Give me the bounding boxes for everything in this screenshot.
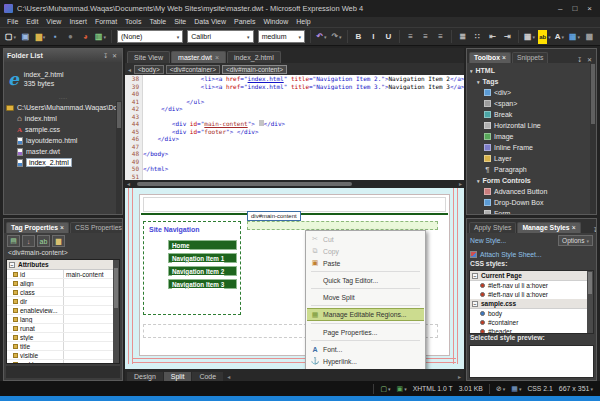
categorized-view-button[interactable]: ▤ [7, 235, 20, 247]
attribute-value[interactable] [63, 324, 119, 332]
nav-link-home[interactable]: Home [168, 240, 237, 250]
insert-table-button[interactable]: ▦▾ [568, 30, 581, 44]
view-tab-split[interactable]: Split [164, 372, 192, 381]
code-line[interactable]: 47 [125, 143, 464, 151]
open-site-button[interactable]: ▣ [19, 30, 32, 44]
menu-item-paste[interactable]: ▣Paste [307, 257, 424, 269]
scroll-thumb[interactable] [137, 182, 352, 186]
font-dropdown[interactable]: Calibri▾ [187, 30, 253, 43]
menu-item-help[interactable]: Help [292, 17, 314, 27]
code-line[interactable]: 41</ul> [125, 98, 464, 106]
close-panel-icon[interactable]: ✕ [110, 52, 119, 59]
attribute-row-runat[interactable]: runat [7, 324, 119, 333]
nav-link-navigation-item-2[interactable]: Navigation Item 2 [168, 266, 237, 276]
nav-link-navigation-item-3[interactable]: Navigation Item 3 [168, 279, 237, 289]
attribute-row-dir[interactable]: dir [7, 297, 119, 306]
align-right-button[interactable]: ≡ [434, 30, 447, 44]
visual-aids-toggle[interactable]: ⊘▾ [496, 385, 505, 393]
font-color-button[interactable]: A▾ [553, 30, 566, 44]
doctype-indicator[interactable]: XHTML 1.0 T [413, 385, 453, 392]
toolbox-item-div[interactable]: <div> [470, 87, 594, 98]
align-center-button[interactable]: ≡ [419, 30, 432, 44]
attribute-value[interactable] [63, 342, 119, 350]
attribute-value[interactable] [63, 360, 119, 364]
toolbox-item-image[interactable]: Image [470, 131, 594, 142]
breadcrumb-div-container[interactable]: <div#container> [166, 65, 220, 74]
code-line[interactable]: 40 [125, 90, 464, 98]
code-line[interactable]: 48</body> [125, 150, 464, 158]
menu-item-page-properties[interactable]: Page Properties... [307, 326, 424, 338]
scroll-thumb[interactable] [117, 102, 121, 128]
doc-tab-master-dwt[interactable]: master.dwt× [171, 51, 226, 63]
breadcrumb-body[interactable]: <body> [134, 65, 164, 74]
pin-icon[interactable]: ↧ [101, 52, 110, 59]
collapse-icon[interactable]: − [472, 301, 478, 307]
code-horizontal-scrollbar[interactable]: ◂ ▸ [125, 180, 464, 188]
highlight-button[interactable]: ab▾ [538, 30, 551, 44]
code-line[interactable]: 51 [125, 173, 464, 181]
css-schema-indicator[interactable]: CSS 2.1 [527, 385, 552, 392]
close-panel-icon[interactable]: ✕ [585, 56, 594, 63]
view-tab-code[interactable]: Code [192, 372, 223, 381]
code-line[interactable]: 43 [125, 113, 464, 121]
code-view[interactable]: 38<li><a href="index.html" title="Naviga… [125, 75, 464, 180]
style-rule-left-nav-ul-li-a-hover[interactable]: #left-nav ul li a:hover [470, 290, 593, 299]
maximize-button[interactable]: □ [572, 4, 577, 13]
menu-item-font[interactable]: AFont... [307, 343, 424, 355]
scroll-right-icon[interactable]: ▸ [459, 180, 462, 188]
style-group-sample-css[interactable]: −sample.css [470, 299, 593, 309]
folder-root[interactable]: C:\Users\Muhammad.Waqas\Documents\M [6, 102, 120, 113]
attach-stylesheet-link[interactable]: Attach Style Sheet... [480, 251, 542, 258]
toolbox-item-drop-down-box[interactable]: Drop-Down Box [470, 197, 594, 208]
attribute-row-title[interactable]: title [7, 342, 119, 351]
code-line[interactable]: 46</div> [125, 135, 464, 143]
toolbox-item-advanced-button[interactable]: Advanced Button [470, 186, 594, 197]
left-nav-region[interactable]: Site Navigation HomeNavigation Item 1Nav… [143, 221, 241, 315]
toolbox-item-paragraph[interactable]: ¶Paragraph [470, 164, 594, 175]
publish-button[interactable]: ▥▾ [94, 30, 107, 44]
toolbox-scrollbar[interactable] [590, 63, 596, 214]
attribute-value[interactable] [63, 351, 119, 359]
attribute-row-lang[interactable]: lang [7, 315, 119, 324]
numbered-list-button[interactable]: ≣ [456, 30, 469, 44]
bold-button[interactable]: B [352, 30, 365, 44]
toolbox-item-horizontal-line[interactable]: Horizontal Line [470, 120, 594, 131]
tab-tag-properties[interactable]: Tag Properties× [6, 222, 69, 233]
code-line[interactable]: 39<li><a href="index.html" title="Naviga… [125, 83, 464, 91]
code-line[interactable]: 50</html> [125, 165, 464, 173]
file-item-index-2-html[interactable]: index_2.html [6, 157, 120, 168]
scroll-thumb[interactable] [591, 64, 595, 124]
new-document-button[interactable]: ▢▾ [4, 30, 17, 44]
menu-item-panels[interactable]: Panels [230, 17, 259, 27]
compatibility-indicator[interactable]: ▣▾ [397, 385, 407, 393]
pin-icon[interactable]: ↧ [575, 56, 584, 63]
collapse-icon[interactable]: − [9, 262, 15, 268]
toolbox-item-html[interactable]: ▾HTML [470, 65, 594, 76]
menu-item-data-view[interactable]: Data View [190, 17, 230, 27]
styles-list-scrollbar[interactable] [587, 271, 593, 333]
attribute-value[interactable]: main-content [63, 270, 119, 278]
open-file-button[interactable]: ▆▾ [34, 30, 47, 44]
menu-item-insert[interactable]: Insert [65, 17, 91, 27]
attribute-row-enableview[interactable]: enableview... [7, 306, 119, 315]
style-application-toggle[interactable]: ▦▾ [511, 385, 521, 393]
close-tab-icon[interactable]: × [572, 224, 576, 231]
decrease-indent-button[interactable]: ⇤ [486, 30, 499, 44]
code-line[interactable]: 38<li><a href="index.html" title="Naviga… [125, 75, 464, 83]
header-region[interactable] [143, 197, 446, 212]
code-line[interactable]: 45<div id="footer"> </div> [125, 128, 464, 136]
collapse-icon[interactable]: ▾ [477, 178, 480, 184]
menu-item-manage-editable-regions[interactable]: ▦Manage Editable Regions... [307, 308, 424, 321]
attribute-row-style[interactable]: style [7, 333, 119, 342]
design-view[interactable]: Site Navigation HomeNavigation Item 1Nav… [125, 188, 464, 369]
style-rule-left-nav-ul-li-a-hover[interactable]: #left-nav ul li a:hover [470, 281, 593, 290]
menu-item-view[interactable]: View [42, 17, 65, 27]
options-button[interactable]: Options ▾ [558, 235, 593, 246]
nav-link-navigation-item-1[interactable]: Navigation Item 1 [168, 253, 237, 263]
style-rule-container[interactable]: #container [470, 318, 593, 327]
attribute-value[interactable] [63, 279, 119, 287]
code-line[interactable]: 42</div> [125, 105, 464, 113]
redo-button[interactable]: ↷▾ [330, 30, 343, 44]
tab-toolbox[interactable]: Toolbox× [469, 52, 511, 63]
save-button[interactable]: ▪ [49, 30, 62, 44]
